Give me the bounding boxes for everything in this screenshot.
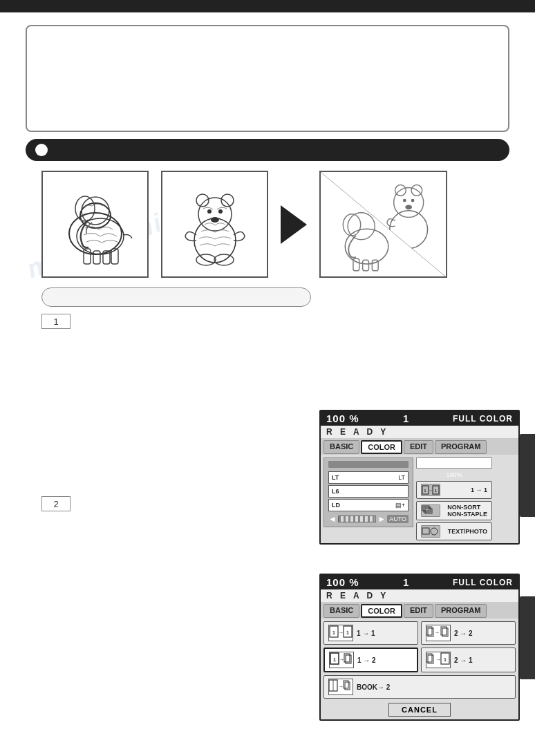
svg-point-10: [198, 198, 232, 231]
right-tab-1: [520, 434, 535, 517]
non-sort-icon: [421, 504, 440, 517]
copy-modes: 1 → 1 1 → 1 →: [321, 618, 518, 719]
svg-text:→: →: [434, 630, 440, 636]
mode-1-1-btn[interactable]: 1 → 1 1 → 1: [323, 621, 418, 645]
svg-text:→: →: [339, 656, 344, 663]
top-bar: [0, 0, 535, 12]
panel1-tab-color[interactable]: COLOR: [361, 440, 402, 454]
panel2-tab-basic[interactable]: BASIC: [323, 604, 359, 618]
panel1-body: LT LT L6 LD ▤+: [321, 455, 518, 543]
panel2-ready: R E A D Y: [321, 589, 518, 602]
control-panel-1: 100 % 1 FULL COLOR R E A D Y BASIC COLOR…: [319, 410, 520, 545]
mode-1-1-label: 1 → 1: [357, 630, 375, 637]
result-svg: [321, 172, 446, 277]
panel2-copies: 1: [403, 576, 409, 588]
svg-text:→: →: [338, 630, 344, 636]
svg-point-25: [405, 205, 412, 209]
mode-1-1-icon: 1 → 1: [328, 625, 353, 641]
svg-rect-42: [422, 528, 429, 534]
mode-2-1-label: 2 → 1: [454, 656, 473, 664]
exp-left-arrow[interactable]: ◄: [328, 514, 337, 524]
elephant-image: [41, 171, 149, 278]
panel1-tab-basic[interactable]: BASIC: [323, 440, 359, 454]
text-box: [26, 25, 509, 132]
svg-point-15: [211, 217, 219, 223]
right-tab-2: [520, 596, 535, 679]
mode-book-2-btn[interactable]: → BOOK→ 2: [323, 675, 516, 699]
exp-auto-label[interactable]: AUTO: [387, 515, 409, 523]
panel1-right: ZOOM ORG.→LT APS 100% 1 → 1: [416, 457, 492, 540]
svg-rect-6: [93, 251, 100, 264]
result-image: [319, 171, 447, 278]
text-photo-btn[interactable]: TEXT/PHOTO: [416, 522, 492, 540]
copy-1-1-btn[interactable]: 1 → 1 1 → 1: [416, 481, 492, 499]
svg-point-30: [345, 229, 388, 264]
tray-ld-label: LD: [332, 502, 340, 509]
svg-point-43: [431, 528, 438, 535]
panel1-tab-program[interactable]: PROGRAM: [435, 440, 487, 454]
bear-image: [161, 171, 268, 278]
panel1-ready: R E A D Y: [321, 426, 518, 438]
tray-lt-right: LT: [398, 474, 405, 481]
exp-right-arrow[interactable]: ►: [377, 514, 386, 524]
panel2-zoom: 100 %: [326, 576, 359, 588]
svg-point-2: [82, 197, 109, 225]
panel2-tab-color[interactable]: COLOR: [361, 604, 402, 618]
zoom-mode: APS: [476, 460, 489, 466]
tray-lt-label: LT: [332, 474, 339, 481]
tray-ld-right: ▤+: [395, 502, 405, 509]
non-sort-label: NON-SORTNON-STAPLE: [447, 504, 487, 518]
panel2-tab-edit[interactable]: EDIT: [404, 604, 433, 618]
mode-book-2-icon: →: [328, 679, 353, 695]
cancel-button[interactable]: CANCEL: [388, 703, 451, 717]
control-panel-2: 100 % 1 FULL COLOR R E A D Y BASIC COLOR…: [319, 574, 520, 721]
svg-point-29: [343, 214, 360, 235]
paper-tray-l6[interactable]: L6: [328, 485, 409, 498]
copy-1-1-label: 1 → 1: [471, 486, 487, 493]
section-circle: [35, 144, 48, 156]
svg-point-13: [207, 209, 212, 214]
panel2-tab-program[interactable]: PROGRAM: [435, 604, 487, 618]
zoom-pct-display: 100%: [416, 471, 492, 479]
non-sort-btn[interactable]: NON-SORTNON-STAPLE: [416, 501, 492, 520]
exposure-row: ◄ ► AUTO: [328, 514, 409, 524]
zoom-info: ZOOM ORG.→LT APS: [416, 457, 492, 469]
mode-1-2-icon: 1 →: [329, 652, 354, 668]
svg-point-23: [403, 198, 406, 202]
svg-point-20: [394, 187, 424, 217]
step-1-row: 1: [41, 312, 514, 329]
paper-tray-ld[interactable]: LD ▤+: [328, 499, 409, 511]
zoom-org: ORG.→LT: [443, 460, 472, 466]
svg-text:1: 1: [333, 657, 336, 662]
panel2-tabs[interactable]: BASIC COLOR EDIT PROGRAM: [321, 602, 518, 618]
svg-point-24: [411, 198, 415, 202]
paper-tray-lt[interactable]: LT LT: [328, 471, 409, 484]
paper-slot-top: [328, 461, 409, 468]
sub-bar: [41, 287, 311, 307]
svg-text:1: 1: [332, 630, 335, 635]
section-bar: [26, 139, 509, 161]
svg-text:→: →: [338, 683, 344, 690]
panel1-tab-edit[interactable]: EDIT: [404, 440, 433, 454]
step-1-num: 1: [41, 314, 71, 329]
svg-point-17: [214, 254, 234, 265]
mode-2-2-btn[interactable]: → 2 → 2: [421, 621, 516, 645]
mode-book-2-label: BOOK→ 2: [357, 683, 390, 691]
images-row: [41, 171, 500, 278]
panel1-left: LT LT L6 LD ▤+: [323, 457, 413, 540]
panel2-topbar: 100 % 1 FULL COLOR: [321, 575, 518, 589]
step-2-num: 2: [41, 496, 71, 511]
panel1-topbar: 100 % 1 FULL COLOR: [321, 411, 518, 426]
panel1-copies: 1: [403, 413, 409, 424]
arrow-right-icon: [281, 205, 307, 244]
mode-2-1-btn[interactable]: → 1 2 → 1: [421, 648, 516, 672]
panel1-color-label: FULL COLOR: [453, 414, 513, 424]
paper-area: LT LT L6 LD ▤+: [323, 457, 413, 527]
mode-1-2-btn[interactable]: 1 → 1 → 2: [323, 648, 418, 672]
zoom-label: ZOOM: [420, 460, 438, 466]
panel2-color-label: FULL COLOR: [453, 578, 513, 587]
panel1-zoom: 100 %: [326, 413, 359, 424]
copy-1-1-icon: 1 → 1: [421, 484, 440, 496]
svg-text:1: 1: [346, 630, 349, 635]
panel1-tabs[interactable]: BASIC COLOR EDIT PROGRAM: [321, 438, 518, 455]
